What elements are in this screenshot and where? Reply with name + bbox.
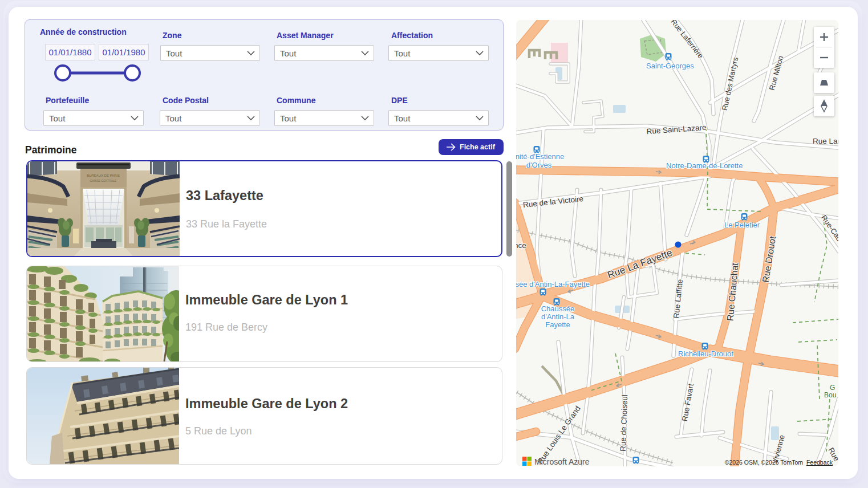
svg-text:BUREAUX DE PARIS: BUREAUX DE PARIS: [87, 174, 120, 177]
svg-text:CAISSE CENTRALE: CAISSE CENTRALE: [90, 179, 117, 182]
